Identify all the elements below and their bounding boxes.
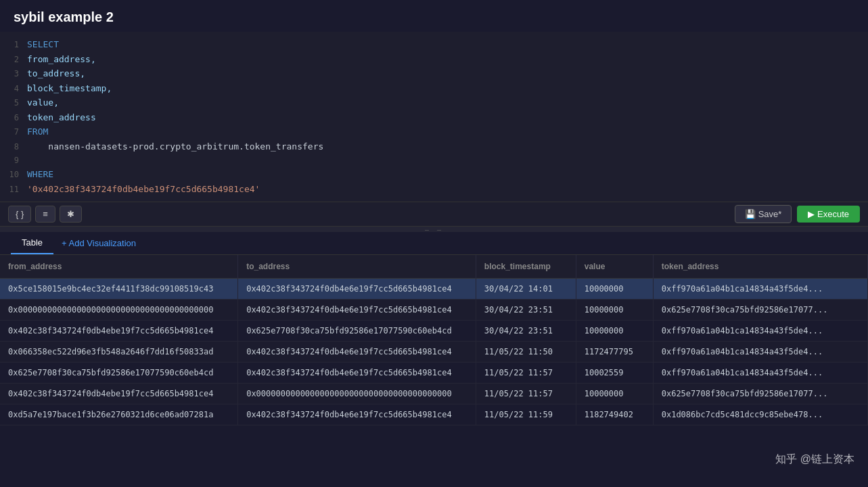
cell-to-address: 0x402c38f343724f0db4e6e19f7cc5d665b4981c…	[238, 342, 476, 363]
table-row[interactable]: 0x402c38f343724f0db4ebe19f7cc5d665b4981c…	[0, 321, 868, 342]
line-number: 5	[0, 97, 27, 109]
col-from-address: from_address	[0, 255, 238, 279]
code-text: FROM	[27, 125, 48, 139]
save-button[interactable]: 💾 Save*	[735, 205, 792, 223]
col-to-address: to_address	[238, 255, 476, 279]
cell-to-address: 0x00000000000000000000000000000000000000…	[238, 384, 476, 404]
cell-token-address: 0x1d086bc7cd5c481dcc9c85ebe478...	[653, 404, 867, 425]
tab-add-visualization[interactable]: + Add Visualization	[53, 233, 144, 254]
cell-from-address: 0x5ce158015e9bc4ec32ef4411f38dc99108519c…	[0, 279, 238, 300]
cell-token-address: 0x625e7708f30ca75bfd92586e17077...	[653, 384, 867, 404]
cell-to-address: 0x402c38f343724f0db4e6e19f7cc5d665b4981c…	[238, 363, 476, 384]
line-number: 8	[0, 141, 27, 153]
code-text: to_address,	[27, 67, 85, 80]
editor-area: 1SELECT2 from_address,3 to_address,4 blo…	[0, 32, 868, 202]
cell-value: 1172477795	[576, 342, 653, 363]
cell-to-address: 0x625e7708f30ca75bfd92586e17077590c60eb4…	[238, 321, 476, 342]
execute-button[interactable]: ▶ Execute	[797, 206, 860, 223]
cell-from-address: 0x402c38f343724f0db4ebe19f7cc5d665b4981c…	[0, 321, 238, 342]
cell-from-address: 0x402c38f343724f0db4ebe19f7cc5d665b4981c…	[0, 384, 238, 404]
cell-token-address: 0xff970a61a04b1ca14834a43f5de4...	[653, 363, 867, 384]
results-table: from_address to_address block_timestamp …	[0, 255, 868, 425]
code-text: block_timestamp,	[27, 82, 112, 95]
code-text: from_address,	[27, 53, 96, 66]
table-row[interactable]: 0x402c38f343724f0db4ebe19f7cc5d665b4981c…	[0, 384, 868, 404]
col-value: value	[576, 255, 653, 279]
code-text: nansen-datasets-prod.crypto_arbitrum.tok…	[27, 140, 323, 154]
tabs-bar: Table + Add Visualization	[0, 232, 868, 255]
cell-value: 10000000	[576, 279, 653, 300]
tab-table[interactable]: Table	[11, 232, 53, 254]
code-line: 2 from_address,	[0, 52, 868, 67]
cell-token-address: 0xff970a61a04b1ca14834a43f5de4...	[653, 342, 867, 363]
cell-value: 10000000	[576, 384, 653, 404]
format-star-button[interactable]: ✱	[60, 206, 82, 223]
line-number: 2	[0, 53, 27, 66]
cell-from-address: 0x625e7708f30ca75bfd92586e17077590c60eb4…	[0, 363, 238, 384]
code-text: WHERE	[27, 168, 53, 181]
resize-handle[interactable]: — —	[0, 227, 868, 232]
code-line: 9	[0, 154, 868, 167]
table-row[interactable]: 0x00000000000000000000000000000000000000…	[0, 300, 868, 321]
code-line: 6 token_address	[0, 110, 868, 125]
code-text: SELECT	[27, 38, 59, 51]
table-row[interactable]: 0xd5a7e197bace1f3b26e2760321d6ce06ad0728…	[0, 404, 868, 425]
table-row[interactable]: 0x066358ec522d96e3fb548a2646f7dd16f50833…	[0, 342, 868, 363]
cell-value: 10002559	[576, 363, 653, 384]
table-header-row: from_address to_address block_timestamp …	[0, 255, 868, 279]
cell-to-address: 0x402c38f343724f0db4e6e19f7cc5d665b4981c…	[238, 404, 476, 425]
cell-to-address: 0x402c38f343724f0db4e6e19f7cc5d665b4981c…	[238, 300, 476, 321]
code-line: 7FROM	[0, 124, 868, 139]
line-number: 11	[0, 183, 27, 195]
code-line: 3 to_address,	[0, 66, 868, 81]
code-line: 5 value,	[0, 95, 868, 110]
line-number: 3	[0, 68, 27, 80]
col-block-timestamp: block_timestamp	[476, 255, 576, 279]
cell-from-address: 0x00000000000000000000000000000000000000…	[0, 300, 238, 321]
code-text: value,	[27, 96, 59, 110]
table-row[interactable]: 0x625e7708f30ca75bfd92586e17077590c60eb4…	[0, 363, 868, 384]
line-number: 4	[0, 83, 27, 95]
table-container[interactable]: from_address to_address block_timestamp …	[0, 255, 868, 487]
cell-block-timestamp: 30/04/22 23:51	[476, 321, 576, 342]
cell-from-address: 0xd5a7e197bace1f3b26e2760321d6ce06ad0728…	[0, 404, 238, 425]
cell-block-timestamp: 11/05/22 11:50	[476, 342, 576, 363]
code-line: 10WHERE	[0, 167, 868, 182]
toolbar: { } ≡ ✱ 💾 Save* ▶ Execute	[0, 202, 868, 227]
code-line: 8 nansen-datasets-prod.crypto_arbitrum.t…	[0, 139, 868, 154]
cell-block-timestamp: 30/04/22 23:51	[476, 300, 576, 321]
page-title: sybil example 2	[0, 0, 868, 32]
save-icon: 💾	[745, 209, 756, 219]
code-line: 1SELECT	[0, 37, 868, 52]
cell-from-address: 0x066358ec522d96e3fb548a2646f7dd16f50833…	[0, 342, 238, 363]
code-line: 4 block_timestamp,	[0, 81, 868, 96]
line-number: 6	[0, 112, 27, 124]
code-line: 11 '0x402c38f343724f0db4ebe19f7cc5d665b4…	[0, 182, 868, 197]
cell-token-address: 0xff970a61a04b1ca14834a43f5de4...	[653, 321, 867, 342]
cell-token-address: 0xff970a61a04b1ca14834a43f5de4...	[653, 279, 867, 300]
cell-value: 1182749402	[576, 404, 653, 425]
table-row[interactable]: 0x5ce158015e9bc4ec32ef4411f38dc99108519c…	[0, 279, 868, 300]
line-number: 9	[0, 154, 27, 166]
line-number: 10	[0, 168, 27, 181]
cell-block-timestamp: 11/05/22 11:59	[476, 404, 576, 425]
line-number: 7	[0, 126, 27, 138]
cell-value: 10000000	[576, 321, 653, 342]
cell-token-address: 0x625e7708f30ca75bfd92586e17077...	[653, 300, 867, 321]
cell-to-address: 0x402c38f343724f0db4e6e19f7cc5d665b4981c…	[238, 279, 476, 300]
format-table-button[interactable]: ≡	[35, 206, 55, 223]
code-text: token_address	[27, 111, 96, 124]
col-token-address: token_address	[653, 255, 867, 279]
cell-block-timestamp: 30/04/22 14:01	[476, 279, 576, 300]
cell-block-timestamp: 11/05/22 11:57	[476, 384, 576, 404]
line-number: 1	[0, 39, 27, 51]
cell-block-timestamp: 11/05/22 11:57	[476, 363, 576, 384]
cell-value: 10000000	[576, 300, 653, 321]
results-area: Table + Add Visualization from_address t…	[0, 232, 868, 487]
code-text: '0x402c38f343724f0db4ebe19f7cc5d665b4981…	[27, 183, 260, 196]
format-json-button[interactable]: { }	[8, 206, 31, 223]
